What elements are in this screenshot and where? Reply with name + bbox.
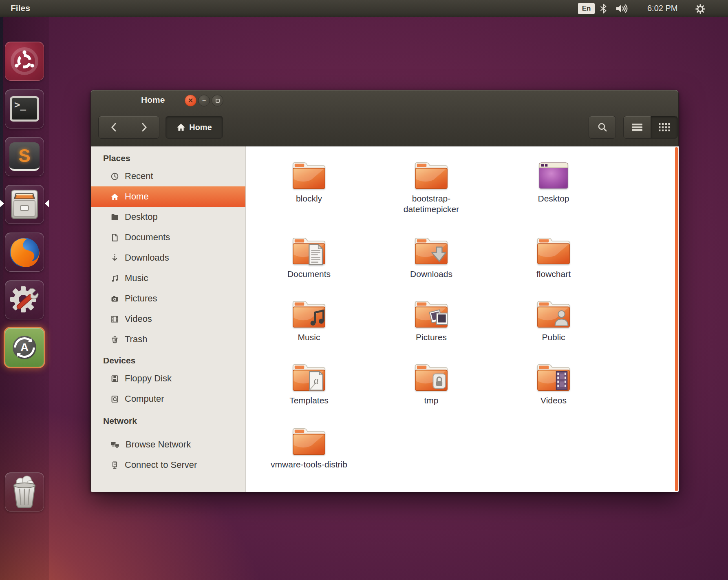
location-breadcrumb-button[interactable]: Home: [165, 116, 223, 139]
ubuntu-logo-icon: [10, 47, 39, 75]
file-label: Pictures: [390, 332, 472, 343]
sublime-s-glyph: S: [18, 146, 30, 166]
music-notes-icon: [110, 274, 119, 283]
unity-launcher: >_ S: [0, 17, 49, 580]
file-blockly[interactable]: blockly: [248, 159, 370, 204]
file-vmware-tools-distrib[interactable]: vmware-tools-distrib: [248, 425, 370, 470]
maximize-glyph: [216, 99, 220, 103]
file-bootstrap-datetimepicker[interactable]: bootstrap-datetimepicker: [370, 159, 492, 214]
search-button[interactable]: [589, 116, 616, 139]
file-documents[interactable]: Documents: [248, 235, 370, 279]
minimize-button[interactable]: −: [198, 95, 210, 106]
file-public[interactable]: Public: [492, 298, 615, 343]
volume-icon[interactable]: [615, 4, 628, 13]
file-label: Downloads: [390, 269, 472, 279]
sidebar-item-music[interactable]: Music: [91, 268, 245, 288]
launcher-item-sublime[interactable]: S: [5, 137, 44, 176]
clock[interactable]: 6:02 PM: [647, 4, 677, 13]
launcher-item-trash[interactable]: [5, 472, 44, 511]
chevron-left-icon: [110, 122, 118, 133]
desktop-folder-icon: [110, 213, 119, 221]
list-view-button[interactable]: [624, 116, 651, 138]
file-grid[interactable]: blockly bootstrap-datetimepicker Desktop…: [246, 146, 679, 492]
launcher-item-firefox[interactable]: [5, 232, 44, 272]
sidebar-header-places: Places: [91, 151, 245, 166]
file-desktop[interactable]: Desktop: [492, 159, 615, 204]
view-toggle-group: [623, 116, 678, 139]
file-flowchart[interactable]: flowchart: [492, 235, 615, 279]
network-computers-icon: [110, 441, 120, 449]
nautilus-window: ✕ − Home: [90, 90, 679, 492]
sidebar-item-computer[interactable]: Computer: [91, 389, 245, 409]
history-nav-group: [98, 116, 159, 139]
scrollbar[interactable]: [675, 147, 678, 491]
search-icon: [597, 122, 608, 133]
sidebar-item-desktop[interactable]: Desktop: [91, 207, 245, 227]
computer-drive-icon: [110, 395, 119, 403]
keyboard-indicator[interactable]: En: [578, 3, 595, 14]
file-label: Public: [513, 332, 594, 343]
folder-public-icon: [535, 298, 572, 330]
grid-view-icon: [659, 123, 670, 132]
sidebar-label: Documents: [125, 232, 170, 243]
sidebar-label: Computer: [125, 394, 164, 404]
file-downloads[interactable]: Downloads: [370, 235, 492, 279]
running-indicator-arrow: [0, 200, 4, 207]
launcher-item-settings[interactable]: [5, 280, 44, 319]
folder-music-icon: [291, 298, 327, 330]
active-app-name[interactable]: Files: [11, 3, 30, 13]
window-title: Home: [141, 95, 165, 105]
sidebar-item-downloads[interactable]: Downloads: [91, 248, 245, 268]
trash-can-icon: [9, 475, 40, 509]
sidebar-item-browse-network[interactable]: Browse Network: [91, 434, 245, 455]
sidebar-label: Browse Network: [126, 439, 191, 450]
settings-gear-wrench-icon: [8, 283, 41, 317]
titlebar[interactable]: ✕ − Home: [91, 90, 678, 111]
terminal-icon: >_: [10, 96, 39, 122]
close-button[interactable]: ✕: [185, 95, 196, 106]
sidebar-item-floppy-disk[interactable]: Floppy Disk: [91, 368, 245, 389]
file-label: flowchart: [513, 269, 594, 279]
firefox-icon: [7, 235, 42, 269]
file-templates[interactable]: Templates: [248, 361, 370, 406]
file-videos[interactable]: Videos: [492, 361, 615, 406]
launcher-item-files[interactable]: [5, 185, 44, 224]
desktop-icon: [535, 159, 572, 191]
session-gear-icon[interactable]: [695, 3, 706, 15]
terminal-prompt-glyph: >_: [14, 99, 26, 111]
file-label: Music: [268, 332, 350, 343]
sidebar-header-network: Network: [91, 413, 245, 429]
sidebar-item-trash[interactable]: Trash: [91, 329, 245, 350]
trash-icon: [110, 335, 119, 344]
grid-view-button[interactable]: [651, 116, 677, 138]
sidebar-header-devices: Devices: [91, 353, 245, 368]
back-button[interactable]: [99, 116, 129, 138]
bluetooth-icon[interactable]: [599, 4, 607, 13]
maximize-button[interactable]: [212, 95, 223, 106]
launcher-item-terminal[interactable]: >_: [5, 89, 44, 128]
launcher-item-updater[interactable]: A: [5, 328, 44, 367]
sublime-icon: S: [9, 142, 40, 171]
file-music[interactable]: Music: [248, 298, 370, 343]
sidebar-item-recent[interactable]: Recent: [91, 166, 245, 186]
breadcrumb-label: Home: [189, 123, 212, 132]
file-label: blockly: [268, 193, 350, 204]
sidebar-label: Connect to Server: [125, 460, 197, 470]
file-label: Documents: [268, 269, 350, 279]
file-pictures[interactable]: Pictures: [370, 298, 492, 343]
sidebar-label: Trash: [125, 334, 147, 345]
launcher-item-dash[interactable]: [5, 42, 44, 81]
sidebar-label: Desktop: [125, 212, 158, 222]
sidebar-item-pictures[interactable]: Pictures: [91, 288, 245, 309]
sidebar-item-videos[interactable]: Videos: [91, 309, 245, 329]
top-menu-bar: Files En 6:02 PM: [0, 0, 728, 17]
sidebar-item-home[interactable]: Home: [91, 186, 245, 207]
sidebar-item-documents[interactable]: Documents: [91, 227, 245, 248]
sidebar-item-connect-to-server[interactable]: Connect to Server: [91, 455, 245, 475]
window-chrome: ✕ − Home: [91, 90, 678, 146]
file-label: tmp: [390, 395, 472, 406]
forward-button[interactable]: [129, 116, 159, 138]
folder-documents-icon: [291, 235, 327, 266]
file-tmp[interactable]: tmp: [370, 361, 492, 406]
home-icon: [176, 123, 185, 132]
